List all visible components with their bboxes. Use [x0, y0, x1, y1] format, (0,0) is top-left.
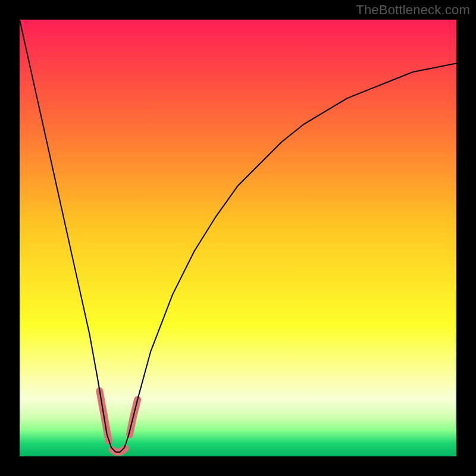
- plot-background: [20, 20, 456, 456]
- chart-frame: { "watermark": "TheBottleneck.com", "cha…: [0, 0, 476, 476]
- bottleneck-chart: [0, 0, 476, 476]
- watermark-text: TheBottleneck.com: [356, 2, 470, 18]
